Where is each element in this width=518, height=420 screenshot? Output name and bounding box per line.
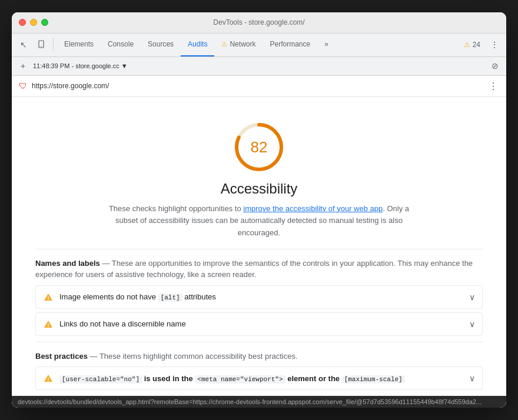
- pointer-tool-button[interactable]: ↖: [15, 36, 32, 53]
- titlebar: DevTools - store.google.com/: [12, 12, 506, 34]
- tab-sources[interactable]: Sources: [141, 33, 181, 56]
- viewport-code1: [user-scalable="no"]: [59, 375, 142, 384]
- tab-audits[interactable]: Audits: [181, 33, 214, 56]
- score-number: 82: [251, 138, 268, 156]
- add-icon: +: [21, 61, 25, 71]
- warning-badge: ⚠ 24: [460, 39, 484, 50]
- section-names-labels-header: Names and labels — These are opportuniti…: [35, 249, 483, 285]
- main-content: 82 Accessibility These checks highlight …: [12, 97, 506, 396]
- traffic-lights: [19, 19, 48, 26]
- score-title: Accessibility: [221, 181, 298, 197]
- score-circle: 82: [233, 121, 285, 174]
- audit-item-alt-chevron: ∨: [469, 292, 475, 302]
- mobile-icon: [37, 40, 45, 50]
- close-button[interactable]: [19, 19, 26, 26]
- section-names-labels-title: Names and labels: [35, 259, 100, 268]
- section-best-practices: Best practices — These items highlight c…: [35, 342, 483, 391]
- stop-recording-button[interactable]: ⊘: [489, 59, 502, 72]
- audit-item-links-label: Links do not have a discernible name: [59, 319, 464, 328]
- score-description: These checks highlight opportunities to …: [106, 203, 412, 239]
- bottom-bar: devtools://devtools/bundled/devtools_app…: [12, 396, 506, 408]
- bottom-bar-url: devtools://devtools/bundled/devtools_app…: [18, 398, 482, 405]
- svg-text:!: !: [48, 322, 49, 328]
- audit-item-alt-code: [alt]: [158, 294, 182, 302]
- audit-item-links-chevron: ∨: [469, 319, 475, 329]
- audit-item-viewport-chevron: ∨: [469, 374, 475, 383]
- network-warning-icon: ⚠: [221, 41, 227, 48]
- url-bar: + 11:48:39 PM - store.google.cc ▼ ⊘: [12, 57, 506, 76]
- mobile-tool-button[interactable]: [33, 36, 49, 53]
- svg-text:!: !: [48, 376, 49, 382]
- pointer-icon: ↖: [20, 40, 27, 49]
- warning-count: 24: [473, 41, 480, 49]
- score-section: 82 Accessibility These checks highlight …: [35, 109, 483, 249]
- url-bar-text: 11:48:39 PM - store.google.cc ▼: [33, 62, 485, 69]
- svg-text:!: !: [48, 295, 49, 301]
- section-best-practices-desc: — These items highlight common accessibi…: [90, 352, 298, 361]
- audit-item-viewport-label: [user-scalable="no"] is used in the <met…: [59, 374, 464, 383]
- toolbar-separator: [53, 38, 54, 51]
- devtools-window: DevTools - store.google.com/ ↖ Elements …: [12, 12, 506, 408]
- add-tab-button[interactable]: +: [16, 59, 29, 72]
- tab-more[interactable]: »: [317, 33, 336, 56]
- audit-url-icon: 🛡: [19, 81, 27, 91]
- score-desc-link[interactable]: improve the accessibility of your web ap…: [243, 204, 383, 213]
- toolbar-right: ⚠ 24 ⋮: [460, 36, 503, 53]
- devtools-toolbar: ↖ Elements Console Sources Audits: [12, 34, 506, 57]
- viewport-code3: [maximum-scale]: [342, 375, 405, 384]
- devtools-more-button[interactable]: ⋮: [486, 36, 503, 53]
- audit-item-links[interactable]: ! Links do not have a discernible name ∨: [35, 312, 483, 336]
- warning-badge-icon: ⚠: [464, 41, 470, 49]
- audit-warning-icon-links: !: [43, 319, 54, 329]
- viewport-element-or: element or the: [287, 374, 341, 383]
- section-best-practices-title: Best practices: [35, 352, 88, 361]
- audit-url-text: https://store.google.com/: [32, 82, 483, 90]
- audit-item-viewport[interactable]: ! [user-scalable="no"] is used in the <m…: [35, 366, 483, 390]
- tab-console[interactable]: Console: [101, 33, 141, 56]
- tab-network[interactable]: ⚠ Network: [214, 33, 263, 56]
- audit-item-alt[interactable]: ! Image elements do not have [alt] attri…: [35, 285, 483, 309]
- audit-warning-icon-alt: !: [43, 292, 54, 302]
- section-names-labels-desc: — These are opportunities to improve the…: [35, 259, 473, 279]
- viewport-code2: <meta name="viewport">: [195, 375, 285, 384]
- audit-url-more-button[interactable]: ⋮: [487, 80, 499, 92]
- window-title: DevTools - store.google.com/: [213, 18, 304, 26]
- tab-performance[interactable]: Performance: [263, 33, 317, 56]
- tab-elements[interactable]: Elements: [57, 33, 101, 56]
- viewport-is-used: is used in the: [144, 374, 195, 383]
- audit-url-row: 🛡 https://store.google.com/ ⋮: [12, 76, 506, 97]
- audit-warning-icon-viewport: !: [43, 373, 54, 384]
- maximize-button[interactable]: [41, 19, 48, 26]
- nav-tabs: Elements Console Sources Audits ⚠ Networ…: [57, 33, 459, 56]
- section-best-practices-header: Best practices — These items highlight c…: [35, 342, 483, 367]
- audit-item-alt-label: Image elements do not have [alt] attribu…: [59, 292, 464, 301]
- more-icon: ⋮: [490, 40, 499, 49]
- section-names-labels: Names and labels — These are opportuniti…: [35, 249, 483, 336]
- minimize-button[interactable]: [30, 19, 37, 26]
- stop-icon: ⊘: [492, 61, 499, 71]
- svg-point-1: [41, 46, 42, 47]
- score-desc-before: These checks highlight opportunities to: [109, 204, 243, 213]
